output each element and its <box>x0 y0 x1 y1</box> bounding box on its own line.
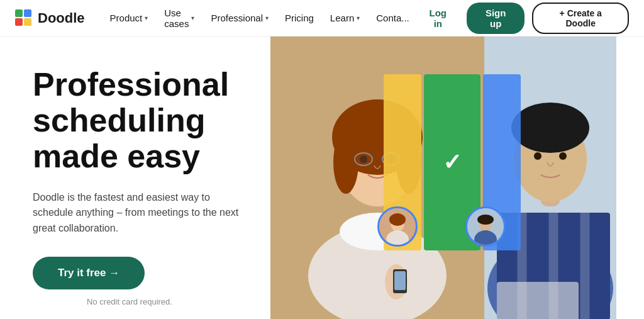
svg-point-25 <box>477 215 494 225</box>
chevron-down-icon: ▾ <box>357 14 360 21</box>
nav-contact[interactable]: Conta... <box>369 9 417 27</box>
nav-use-cases[interactable]: Use cases ▾ <box>157 4 202 33</box>
try-it-free-button[interactable]: Try it free → <box>33 257 145 289</box>
svg-point-9 <box>333 131 358 194</box>
nav-pricing[interactable]: Pricing <box>277 9 321 27</box>
svg-rect-3 <box>15 18 23 26</box>
svg-rect-18 <box>394 271 406 290</box>
chevron-down-icon: ▾ <box>145 14 148 21</box>
svg-point-21 <box>389 213 406 226</box>
svg-point-32 <box>511 103 589 153</box>
avatar-woman <box>377 206 418 247</box>
chevron-down-icon: ▾ <box>191 14 194 21</box>
svg-rect-2 <box>24 18 31 26</box>
nav-learn[interactable]: Learn ▾ <box>323 9 367 27</box>
logo-text: Doodle <box>38 10 85 26</box>
signup-button[interactable]: Sign up <box>467 3 525 34</box>
nav-actions: Log in Sign up + Create a Doodle <box>417 3 629 34</box>
avatar-man <box>465 206 506 247</box>
hero-title: Professional scheduling made easy <box>33 67 245 175</box>
create-doodle-button[interactable]: + Create a Doodle <box>532 3 629 34</box>
no-credit-card-label: No credit card required. <box>33 297 226 306</box>
navbar: Doodle Product ▾ Use cases ▾ Professiona… <box>0 0 644 36</box>
hero-section: Professional scheduling made easy Doodle… <box>0 36 644 319</box>
checkmark-icon: ✓ <box>443 149 462 176</box>
logo[interactable]: Doodle <box>15 9 85 27</box>
svg-rect-1 <box>24 9 31 17</box>
hero-subtitle: Doodle is the fastest and easiest way to… <box>33 190 245 237</box>
svg-rect-40 <box>497 282 579 319</box>
login-button[interactable]: Log in <box>417 4 459 33</box>
hero-left: Professional scheduling made easy Doodle… <box>0 36 270 319</box>
hero-right: ✓ <box>270 36 644 319</box>
svg-point-34 <box>534 152 541 160</box>
svg-rect-0 <box>15 9 23 17</box>
nav-professional[interactable]: Professional ▾ <box>203 9 276 27</box>
nav-links: Product ▾ Use cases ▾ Professional ▾ Pri… <box>103 4 417 33</box>
svg-point-35 <box>559 152 567 160</box>
svg-point-13 <box>360 155 367 163</box>
doodle-logo-icon <box>15 9 33 27</box>
chevron-down-icon: ▾ <box>265 14 269 21</box>
nav-product[interactable]: Product ▾ <box>103 9 156 27</box>
